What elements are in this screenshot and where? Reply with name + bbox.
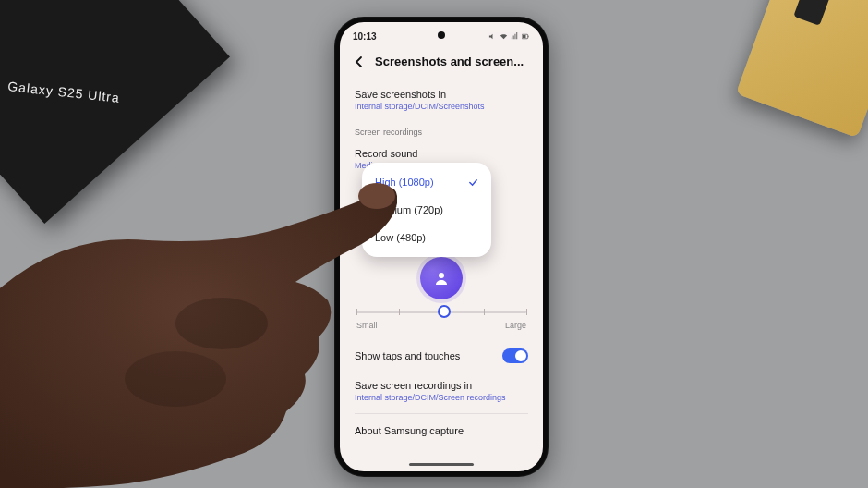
save-screenshots-title: Save screenshots in xyxy=(355,89,528,100)
quality-option-label: High (1080p) xyxy=(375,177,434,188)
status-icons-group xyxy=(488,32,530,41)
show-taps-toggle[interactable] xyxy=(502,348,528,363)
phone-device: 10:13 Screenshots and screen... Save scr… xyxy=(334,17,549,477)
save-recordings-title: Save screen recordings in xyxy=(355,380,528,391)
section-label-recordings: Screen recordings xyxy=(340,118,543,140)
back-button[interactable] xyxy=(353,55,366,68)
battery-icon xyxy=(522,32,530,41)
signal-icon xyxy=(511,32,519,41)
show-taps-title: Show taps and touches xyxy=(355,350,460,361)
wifi-icon xyxy=(500,32,508,41)
svg-rect-2 xyxy=(528,36,529,38)
selfie-preview-avatar xyxy=(420,257,463,299)
quality-option-low[interactable]: Low (480p) xyxy=(362,224,491,251)
status-time: 10:13 xyxy=(353,31,377,42)
check-icon xyxy=(468,177,478,188)
about-row[interactable]: About Samsung capture xyxy=(340,418,543,444)
video-quality-popup: High (1080p) Medium (720p) Low (480p) xyxy=(362,163,491,257)
quality-option-high[interactable]: High (1080p) xyxy=(362,168,491,196)
page-header: Screenshots and screen... xyxy=(340,45,543,81)
quality-option-label: Low (480p) xyxy=(375,232,426,243)
phone-screen: 10:13 Screenshots and screen... Save scr… xyxy=(340,22,543,471)
home-indicator[interactable] xyxy=(409,463,474,466)
wooden-stand-prop xyxy=(736,0,868,138)
slider-min-label: Small xyxy=(356,321,378,330)
person-icon xyxy=(433,270,450,287)
save-recordings-row[interactable]: Save screen recordings in Internal stora… xyxy=(340,372,543,409)
save-screenshots-row[interactable]: Save screenshots in Internal storage/DCI… xyxy=(340,81,543,118)
svg-rect-1 xyxy=(523,35,526,38)
record-sound-title: Record sound xyxy=(355,148,528,159)
selfie-size-slider[interactable] xyxy=(340,307,543,315)
quality-option-medium[interactable]: Medium (720p) xyxy=(362,196,491,224)
svg-point-6 xyxy=(125,351,226,407)
about-title: About Samsung capture xyxy=(355,425,528,436)
front-camera-hole xyxy=(438,31,445,39)
divider xyxy=(355,413,528,414)
save-screenshots-path: Internal storage/DCIM/Screenshots xyxy=(355,102,528,111)
slider-labels: Small Large xyxy=(340,315,543,339)
volume-icon xyxy=(488,32,497,41)
product-box-prop: Galaxy S25 Ultra xyxy=(0,0,230,224)
chevron-left-icon xyxy=(353,55,366,68)
svg-point-3 xyxy=(439,273,444,278)
save-recordings-path: Internal storage/DCIM/Screen recordings xyxy=(355,393,528,402)
svg-point-5 xyxy=(175,298,268,349)
toggle-knob xyxy=(515,350,526,361)
show-taps-row[interactable]: Show taps and touches xyxy=(340,339,543,372)
slider-max-label: Large xyxy=(505,321,526,330)
quality-option-label: Medium (720p) xyxy=(375,204,443,215)
product-box-label: Galaxy S25 Ultra xyxy=(7,79,121,105)
page-title: Screenshots and screen... xyxy=(375,55,524,68)
